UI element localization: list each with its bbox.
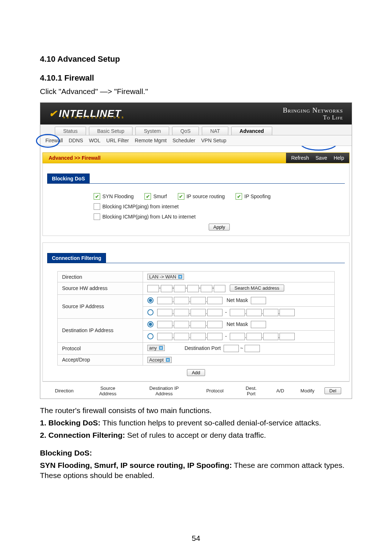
help-button[interactable]: Help (334, 155, 344, 161)
dst-netmask-input[interactable] (251, 321, 266, 328)
add-button[interactable]: Add (187, 369, 205, 376)
src-ip1-a[interactable] (157, 297, 172, 304)
subtab-vpn-setup[interactable]: VPN Setup (198, 137, 229, 144)
checkbox-ip-source-routing[interactable]: ✔IP source routing (178, 193, 225, 200)
col-dest-ip: Destination IP Address (133, 385, 195, 396)
save-button[interactable]: Save (315, 155, 327, 161)
checkbox-ip-spoofing[interactable]: ✔IP Spoofing (236, 193, 270, 200)
sub-tab-bar: Firewall DDNS WOL URL Filter Remote Mgmt… (40, 135, 352, 146)
tab-basic-setup[interactable]: Basic Setup (89, 127, 133, 135)
hw-octet-1[interactable] (147, 285, 159, 292)
src-ip1-c[interactable] (191, 297, 206, 304)
subtab-wol[interactable]: WOL (86, 137, 103, 144)
dst-ip2-g[interactable] (263, 333, 278, 340)
checkbox-smurf[interactable]: ✔Smurf (144, 193, 167, 200)
connection-filter-form: Direction LAN -> WAN▾ Source HW address … (57, 271, 335, 365)
src-ip-mode-range-radio[interactable] (147, 309, 154, 315)
search-mac-button[interactable]: Search MAC address (230, 285, 284, 291)
router-banner: ✔ INTELLINET N E T W O R K S O L U T I O… (40, 103, 352, 125)
dst-ip-mode-single-radio[interactable] (147, 321, 154, 327)
desc-blocking-dos-heading: Blocking DoS: (40, 448, 352, 458)
src-ip2-h[interactable] (279, 309, 295, 316)
router-ui-screenshot: ✔ INTELLINET N E T W O R K S O L U T I O… (40, 102, 352, 399)
dst-ip-mode-range-radio[interactable] (147, 333, 154, 339)
desc-attack-types: SYN Flooding, Smurf, IP source routing, … (40, 460, 352, 481)
hw-octet-5[interactable] (201, 285, 212, 292)
hw-octet-6[interactable] (214, 285, 225, 292)
apply-button[interactable]: Apply (209, 224, 230, 230)
tab-advanced[interactable]: Advanced (231, 127, 272, 135)
source-hw-label: Source HW address (58, 282, 143, 294)
direction-label: Direction (58, 272, 143, 282)
src-ip2-f[interactable] (246, 309, 262, 316)
dest-port-to[interactable] (245, 345, 260, 352)
checkbox-block-icmp-internet[interactable]: ✔Blocking ICMP(ping) from internet (94, 203, 179, 210)
main-tab-bar: Status Basic Setup System QoS NAT Advanc… (40, 125, 352, 135)
src-netmask-label: Net Mask (226, 297, 248, 303)
protocol-select[interactable]: any▾ (147, 345, 165, 351)
col-dest-port: Dest. Port (235, 385, 268, 396)
tagline-line1: Bringing Networks (283, 106, 343, 114)
subtab-ddns[interactable]: DDNS (66, 137, 86, 144)
src-ip2-d[interactable] (207, 309, 222, 316)
accept-drop-label: Accept/Drop (58, 354, 143, 365)
dst-ip2-h[interactable] (279, 333, 295, 340)
dst-ip2-e[interactable] (230, 333, 245, 340)
desc-item-1: 1. Blocking DoS: This function helps to … (40, 418, 352, 428)
src-ip2-b[interactable] (174, 309, 189, 316)
del-button[interactable]: Del (324, 387, 341, 394)
tab-qos[interactable]: QoS (172, 127, 199, 135)
accept-drop-select[interactable]: Accept▾ (147, 357, 172, 363)
subtab-remote-mgmt[interactable]: Remote Mgmt (132, 137, 170, 144)
desc-intro: The router's firewall consists of two ma… (40, 405, 352, 416)
crumb-actions: Refresh Save Help (286, 153, 349, 163)
intro-text: Click "Advanced" —> "Firewall." (40, 86, 352, 97)
port-range-tilde: ~ (240, 345, 243, 351)
src-ip2-a[interactable] (157, 309, 172, 316)
dst-ip2-c[interactable] (191, 333, 206, 340)
dst-ip1-a[interactable] (157, 321, 172, 328)
hw-octet-2[interactable] (161, 285, 172, 292)
dest-port-label: Destination Port (184, 345, 221, 351)
checkbox-block-icmp-lan[interactable]: ✔Blocking ICMP(ping) from LAN to interne… (94, 213, 196, 220)
hw-octet-4[interactable] (187, 285, 199, 292)
src-netmask-input[interactable] (251, 297, 266, 304)
dst-ip2-b[interactable] (174, 333, 189, 340)
hw-octet-3[interactable] (174, 285, 185, 292)
src-ip2-g[interactable] (263, 309, 278, 316)
chevron-down-icon: ▾ (178, 275, 182, 279)
dst-netmask-label: Net Mask (226, 321, 248, 327)
tab-nat[interactable]: NAT (202, 127, 228, 135)
subtab-scheduler[interactable]: Scheduler (170, 137, 198, 144)
dst-ip1-b[interactable] (174, 321, 189, 328)
subtab-url-filter[interactable]: URL Filter (103, 137, 132, 144)
dst-ip2-d[interactable] (207, 333, 222, 340)
breadcrumb-bar: Advanced >> Firewall Refresh Save Help (42, 152, 350, 163)
connection-filtering-header: Connection Filtering (47, 253, 106, 263)
src-ip1-b[interactable] (174, 297, 189, 304)
dst-ip1-d[interactable] (207, 321, 222, 328)
dest-port-from[interactable] (224, 345, 239, 352)
tab-status[interactable]: Status (55, 127, 86, 135)
subtab-firewall[interactable]: Firewall (42, 137, 66, 144)
src-ip2-e[interactable] (230, 309, 245, 316)
dst-ip2-a[interactable] (157, 333, 172, 340)
section-heading-4-10: 4.10 Advanced Setup (40, 54, 352, 64)
brand-logo: ✔ INTELLINET N E T W O R K S O L U T I O… (49, 108, 182, 119)
blocking-dos-header: Blocking DoS (47, 174, 90, 184)
dst-ip2-f[interactable] (246, 333, 262, 340)
tab-system[interactable]: System (135, 127, 169, 135)
breadcrumb: Advanced >> Firewall (49, 155, 101, 161)
col-protocol: Protocol (195, 388, 235, 393)
desc-item-2: 2. Connection Filtering: Set of rules to… (40, 430, 352, 440)
tagline: Bringing Networks To Life (283, 106, 343, 121)
src-ip1-d[interactable] (207, 297, 222, 304)
direction-select[interactable]: LAN -> WAN▾ (147, 274, 184, 280)
dst-ip1-c[interactable] (191, 321, 206, 328)
src-ip-mode-single-radio[interactable] (147, 297, 154, 303)
checkbox-syn-flooding[interactable]: ✔SYN Flooding (94, 193, 134, 200)
src-ip2-c[interactable] (191, 309, 206, 316)
refresh-button[interactable]: Refresh (291, 155, 309, 161)
chevron-down-icon: ▾ (166, 358, 170, 362)
logo-check-icon: ✔ (49, 108, 57, 119)
